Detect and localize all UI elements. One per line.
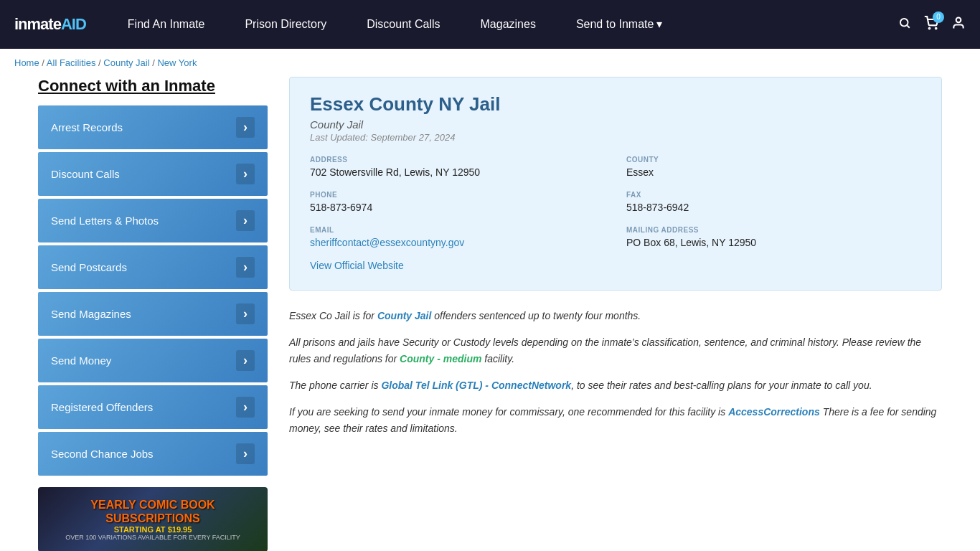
nav-magazines[interactable]: Magazines: [461, 0, 556, 49]
county-medium-link[interactable]: County - medium: [400, 353, 481, 364]
phone-label: PHONE: [310, 191, 605, 199]
nav-links: Find An Inmate Prison Directory Discount…: [108, 0, 898, 49]
search-button[interactable]: [898, 17, 911, 33]
dropdown-arrow-icon: ▾: [656, 0, 662, 49]
facility-address-block: ADDRESS 702 Stowersville Rd, Lewis, NY 1…: [310, 156, 605, 178]
email-link[interactable]: sheriffcontact@essexcountyny.gov: [310, 237, 464, 248]
sidebar-menu: Arrest Records › Discount Calls › Send L…: [38, 105, 268, 476]
desc-para-3: The phone carrier is Global Tel Link (GT…: [289, 377, 942, 394]
fax-value: 518-873-6942: [626, 202, 921, 213]
nav-icons: 0: [898, 16, 966, 34]
nav-prison-directory[interactable]: Prison Directory: [225, 0, 347, 49]
ad-banner-title: YEARLY COMIC BOOKSUBSCRIPTIONS: [65, 498, 240, 525]
ad-banner-content: YEARLY COMIC BOOKSUBSCRIPTIONS STARTING …: [65, 498, 240, 541]
ad-banner-subtitle: STARTING AT $19.95: [65, 525, 240, 534]
view-website-link[interactable]: View Official Website: [310, 260, 404, 271]
chevron-right-icon: ›: [236, 397, 255, 418]
facility-email-block: EMAIL sheriffcontact@essexcountyny.gov: [310, 226, 605, 248]
county-value: Essex: [626, 166, 921, 178]
cart-count-badge: 0: [933, 11, 944, 23]
mailing-label: MAILING ADDRESS: [626, 226, 921, 234]
facility-details-grid: ADDRESS 702 Stowersville Rd, Lewis, NY 1…: [310, 156, 921, 248]
phone-value: 518-873-6974: [310, 202, 605, 213]
chevron-right-icon: ›: [236, 164, 255, 184]
access-corrections-link[interactable]: AccessCorrections: [728, 406, 820, 418]
breadcrumb-all-facilities[interactable]: All Facilities: [47, 57, 96, 68]
cart-button[interactable]: 0: [924, 16, 938, 34]
nav-find-inmate[interactable]: Find An Inmate: [108, 0, 225, 49]
sidebar-item-send-postcards[interactable]: Send Postcards ›: [38, 245, 268, 289]
facility-fax-block: FAX 518-873-6942: [626, 191, 921, 213]
sidebar-item-arrest-records[interactable]: Arrest Records ›: [38, 105, 268, 149]
fax-label: FAX: [626, 191, 921, 199]
page-layout: Connect with an Inmate Arrest Records › …: [24, 77, 956, 551]
desc-para-4: If you are seeking to send your inmate m…: [289, 404, 942, 437]
site-logo[interactable]: inmateAID: [14, 15, 86, 34]
email-label: EMAIL: [310, 226, 605, 234]
chevron-right-icon: ›: [236, 117, 255, 138]
facility-mailing-block: MAILING ADDRESS PO Box 68, Lewis, NY 129…: [626, 226, 921, 248]
email-value: sheriffcontact@essexcountyny.gov: [310, 237, 605, 248]
address-label: ADDRESS: [310, 156, 605, 164]
facility-name: Essex County NY Jail: [310, 93, 921, 116]
facility-phone-block: PHONE 518-873-6974: [310, 191, 605, 213]
sidebar-item-registered-offenders[interactable]: Registered Offenders ›: [38, 385, 268, 429]
facility-type: County Jail: [310, 118, 921, 131]
desc-para-2: All prisons and jails have Security or C…: [289, 334, 942, 367]
county-label: COUNTY: [626, 156, 921, 164]
ad-banner-desc: OVER 100 VARIATIONS AVAILABLE FOR EVERY …: [65, 534, 240, 541]
mailing-value: PO Box 68, Lewis, NY 12950: [626, 237, 921, 248]
facility-last-updated: Last Updated: September 27, 2024: [310, 132, 921, 143]
desc-para-1: Essex Co Jail is for County Jail offende…: [289, 308, 942, 324]
sidebar-item-send-money[interactable]: Send Money ›: [38, 339, 268, 382]
chevron-right-icon: ›: [236, 350, 255, 371]
svg-line-1: [907, 25, 909, 27]
breadcrumb-county-jail[interactable]: County Jail: [103, 57, 149, 68]
chevron-right-icon: ›: [236, 303, 255, 324]
chevron-right-icon: ›: [236, 443, 255, 464]
sidebar-item-send-magazines[interactable]: Send Magazines ›: [38, 292, 268, 336]
description-section: Essex Co Jail is for County Jail offende…: [289, 308, 942, 438]
chevron-right-icon: ›: [236, 257, 255, 278]
breadcrumb-new-york[interactable]: New York: [157, 57, 197, 68]
address-value: 702 Stowersville Rd, Lewis, NY 12950: [310, 166, 605, 178]
logo-highlight: AID: [61, 15, 86, 33]
nav-send-to-inmate[interactable]: Send to Inmate ▾: [556, 0, 683, 49]
svg-point-2: [929, 27, 930, 29]
svg-point-3: [936, 27, 937, 29]
main-content: Essex County NY Jail County Jail Last Up…: [289, 77, 942, 551]
sidebar-item-send-letters[interactable]: Send Letters & Photos ›: [38, 199, 268, 242]
breadcrumb: Home / All Facilities / County Jail / Ne…: [0, 49, 980, 77]
nav-discount-calls[interactable]: Discount Calls: [347, 0, 460, 49]
svg-point-4: [956, 17, 961, 22]
gtl-link[interactable]: Global Tel Link (GTL) - ConnectNetwork: [381, 380, 571, 391]
sidebar-title: Connect with an Inmate: [38, 77, 268, 95]
ad-banner[interactable]: YEARLY COMIC BOOKSUBSCRIPTIONS STARTING …: [38, 487, 268, 551]
chevron-right-icon: ›: [236, 210, 255, 231]
facility-county-block: COUNTY Essex: [626, 156, 921, 178]
sidebar-item-discount-calls[interactable]: Discount Calls ›: [38, 152, 268, 196]
svg-point-0: [900, 19, 908, 27]
sidebar-item-second-chance-jobs[interactable]: Second Chance Jobs ›: [38, 432, 268, 476]
sidebar: Connect with an Inmate Arrest Records › …: [38, 77, 268, 551]
account-button[interactable]: [951, 16, 966, 34]
county-jail-link-1[interactable]: County Jail: [377, 310, 431, 321]
breadcrumb-home[interactable]: Home: [14, 57, 39, 68]
facility-card: Essex County NY Jail County Jail Last Up…: [289, 77, 942, 291]
navigation: inmateAID Find An Inmate Prison Director…: [0, 0, 980, 49]
logo-text: inmateAID: [14, 15, 86, 34]
